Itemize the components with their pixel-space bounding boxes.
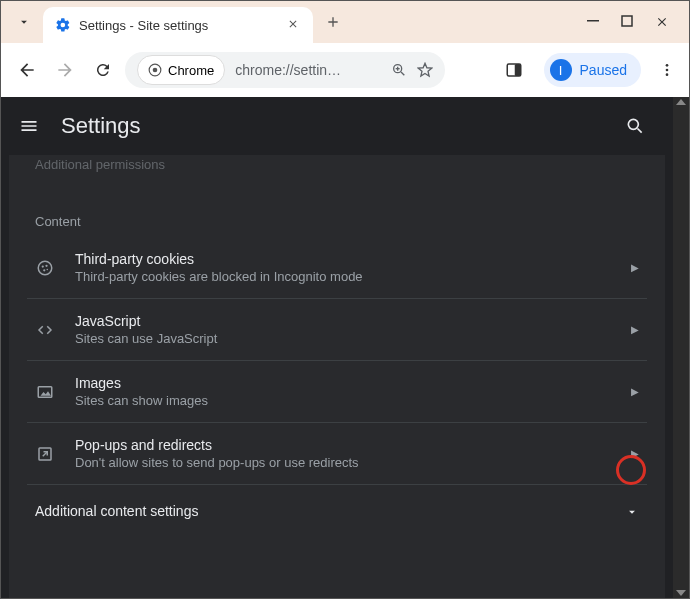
section-label: Content	[27, 202, 647, 237]
bookmark-icon[interactable]	[417, 62, 433, 78]
back-button[interactable]	[11, 54, 43, 86]
svg-point-10	[666, 64, 669, 67]
profile-avatar: I	[550, 59, 572, 81]
chevron-right-icon: ▶	[631, 448, 639, 459]
image-icon	[35, 382, 55, 402]
settings-body: Additional permissions Content Third-par…	[9, 155, 665, 598]
tab-strip: Settings - Site settings	[1, 1, 689, 43]
chrome-icon	[148, 63, 162, 77]
svg-point-15	[38, 261, 52, 275]
content-frame: Settings Additional permissions Content …	[1, 97, 689, 598]
tab-active[interactable]: Settings - Site settings	[43, 7, 313, 43]
svg-line-14	[638, 129, 642, 133]
profile-button[interactable]: I Paused	[544, 53, 641, 87]
row-title: JavaScript	[75, 313, 611, 329]
chevron-down-icon	[625, 505, 639, 519]
svg-point-13	[628, 119, 638, 129]
row-sub: Sites can use JavaScript	[75, 331, 611, 346]
row-title: Additional content settings	[35, 503, 605, 519]
svg-rect-9	[514, 64, 520, 76]
cut-off-label: Additional permissions	[27, 155, 647, 202]
site-chip[interactable]: Chrome	[137, 55, 225, 85]
page-title: Settings	[61, 113, 141, 139]
row-sub: Third-party cookies are blocked in Incog…	[75, 269, 611, 284]
scroll-down-icon[interactable]	[676, 590, 686, 596]
search-icon[interactable]	[625, 116, 645, 136]
row-sub: Sites can show images	[75, 393, 611, 408]
address-bar[interactable]: Chrome chrome://settin…	[125, 52, 445, 88]
chevron-right-icon: ▶	[631, 386, 639, 397]
tab-search-button[interactable]	[15, 13, 33, 31]
popup-icon	[35, 444, 55, 464]
close-icon[interactable]	[287, 18, 301, 32]
row-popups-redirects[interactable]: Pop-ups and redirects Don't allow sites …	[27, 423, 647, 485]
scroll-up-icon[interactable]	[676, 99, 686, 105]
menu-icon[interactable]	[19, 116, 39, 136]
cookie-icon	[35, 258, 55, 278]
settings-header: Settings	[1, 97, 673, 155]
svg-point-16	[42, 265, 44, 267]
svg-rect-0	[587, 20, 599, 22]
settings-page: Settings Additional permissions Content …	[1, 97, 673, 598]
chevron-right-icon: ▶	[631, 262, 639, 273]
row-additional-content[interactable]: Additional content settings	[27, 485, 647, 539]
tab-label: Settings - Site settings	[79, 18, 279, 33]
svg-rect-1	[622, 16, 632, 26]
row-images[interactable]: Images Sites can show images ▶	[27, 361, 647, 423]
svg-point-12	[666, 73, 669, 76]
svg-point-17	[45, 264, 47, 266]
zoom-icon[interactable]	[391, 62, 407, 78]
toolbar: Chrome chrome://settin… I Paused	[1, 43, 689, 97]
svg-point-11	[666, 69, 669, 72]
site-chip-label: Chrome	[168, 63, 214, 78]
row-javascript[interactable]: JavaScript Sites can use JavaScript ▶	[27, 299, 647, 361]
overflow-menu-button[interactable]	[659, 62, 675, 78]
row-third-party-cookies[interactable]: Third-party cookies Third-party cookies …	[27, 237, 647, 299]
window-controls	[587, 15, 681, 29]
svg-marker-21	[41, 391, 52, 396]
new-tab-button[interactable]	[325, 14, 341, 30]
row-title: Images	[75, 375, 611, 391]
svg-point-18	[43, 269, 45, 271]
side-panel-button[interactable]	[498, 54, 530, 86]
profile-status: Paused	[580, 62, 627, 78]
svg-point-3	[153, 68, 158, 73]
svg-line-5	[401, 72, 404, 75]
gear-icon	[55, 17, 71, 33]
maximize-button[interactable]	[621, 15, 633, 29]
chevron-right-icon: ▶	[631, 324, 639, 335]
minimize-button[interactable]	[587, 15, 599, 29]
code-icon	[35, 320, 55, 340]
reload-button[interactable]	[87, 54, 119, 86]
row-sub: Don't allow sites to send pop-ups or use…	[75, 455, 611, 470]
url-text: chrome://settin…	[235, 62, 381, 78]
close-window-button[interactable]	[655, 15, 669, 29]
row-title: Third-party cookies	[75, 251, 611, 267]
scrollbar[interactable]	[673, 97, 689, 598]
row-title: Pop-ups and redirects	[75, 437, 611, 453]
forward-button[interactable]	[49, 54, 81, 86]
svg-point-19	[47, 268, 49, 270]
